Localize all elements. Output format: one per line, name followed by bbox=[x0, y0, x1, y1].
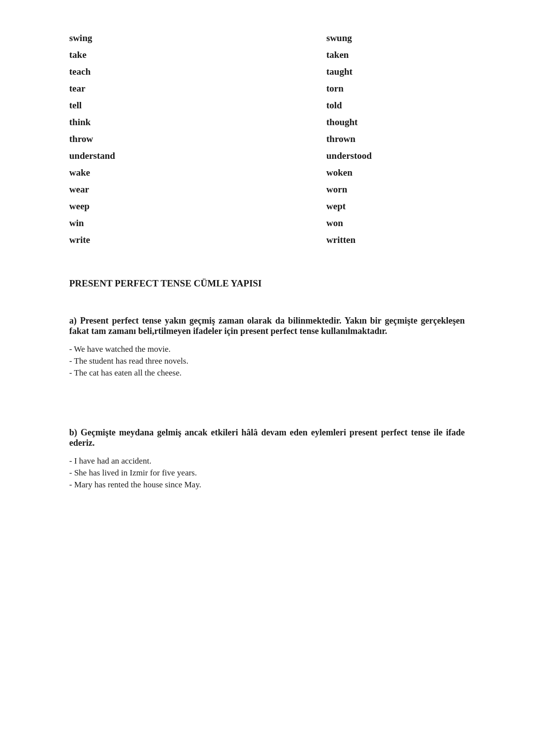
verb-past: swung bbox=[326, 33, 352, 44]
verb-past: thought bbox=[326, 117, 357, 128]
verb-row: understandunderstood bbox=[69, 147, 465, 164]
verb-row: teartorn bbox=[69, 80, 465, 97]
verb-base: take bbox=[69, 49, 326, 60]
example-item: - We have watched the movie. bbox=[69, 344, 465, 354]
example-item: - I have had an accident. bbox=[69, 456, 465, 466]
verb-past: won bbox=[326, 218, 343, 229]
verb-base: weep bbox=[69, 201, 326, 212]
verb-base: tear bbox=[69, 83, 326, 94]
verb-past: worn bbox=[326, 184, 347, 195]
subsection-a: a) Present perfect tense yakın geçmiş za… bbox=[69, 301, 465, 378]
subsection-b-examples: - I have had an accident.- She has lived… bbox=[69, 456, 465, 490]
verb-base: tell bbox=[69, 100, 326, 111]
verb-row: wearworn bbox=[69, 181, 465, 198]
subsection-b: b) Geçmişte meydana gelmiş ancak etkiler… bbox=[69, 427, 465, 490]
verb-row: swingswung bbox=[69, 30, 465, 47]
example-item: - The student has read three novels. bbox=[69, 356, 465, 366]
verb-past: wept bbox=[326, 201, 346, 212]
verb-base: win bbox=[69, 218, 326, 229]
verb-row: writewritten bbox=[69, 232, 465, 248]
verb-past: taught bbox=[326, 66, 353, 77]
verb-row: telltold bbox=[69, 97, 465, 114]
verb-row: taketaken bbox=[69, 47, 465, 63]
verb-base: wear bbox=[69, 184, 326, 195]
verb-past: woken bbox=[326, 167, 353, 178]
verb-row: thinkthought bbox=[69, 114, 465, 131]
section-gap-1 bbox=[69, 398, 465, 427]
example-item: - The cat has eaten all the cheese. bbox=[69, 368, 465, 378]
verb-row: teachtaught bbox=[69, 63, 465, 80]
verb-past: torn bbox=[326, 83, 344, 94]
verb-base: teach bbox=[69, 66, 326, 77]
verb-row: winwon bbox=[69, 215, 465, 232]
verb-past: written bbox=[326, 235, 356, 245]
verb-past: understood bbox=[326, 150, 372, 161]
verb-base: swing bbox=[69, 33, 326, 44]
verb-base: understand bbox=[69, 150, 326, 161]
verb-table: swingswungtaketakenteachtaughtteartornte… bbox=[69, 30, 465, 248]
verb-base: throw bbox=[69, 134, 326, 144]
verb-base: wake bbox=[69, 167, 326, 178]
subsection-a-examples: - We have watched the movie.- The studen… bbox=[69, 344, 465, 378]
subsection-b-title: b) Geçmişte meydana gelmiş ancak etkiler… bbox=[69, 427, 465, 448]
verb-base: write bbox=[69, 235, 326, 245]
verb-row: weepwept bbox=[69, 198, 465, 215]
verb-past: told bbox=[326, 100, 342, 111]
example-item: - Mary has rented the house since May. bbox=[69, 480, 465, 490]
verb-past: thrown bbox=[326, 134, 356, 144]
verb-past: taken bbox=[326, 49, 349, 60]
subsection-a-title: a) Present perfect tense yakın geçmiş za… bbox=[69, 316, 465, 336]
example-item: - She has lived in Izmir for five years. bbox=[69, 468, 465, 478]
verb-row: throwthrown bbox=[69, 131, 465, 147]
section-title: PRESENT PERFECT TENSE CÜMLE YAPISI bbox=[69, 278, 465, 289]
verb-row: wakewoken bbox=[69, 164, 465, 181]
verb-base: think bbox=[69, 117, 326, 128]
